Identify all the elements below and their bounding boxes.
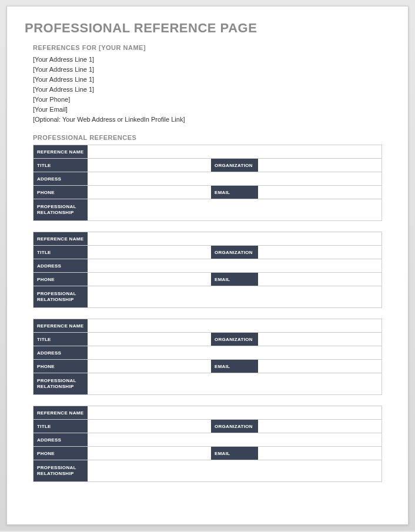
contact-block: [Your Address Line 1] [Your Address Line… <box>33 55 390 125</box>
field-phone[interactable] <box>88 447 211 460</box>
field-organization[interactable] <box>258 333 381 346</box>
field-relationship[interactable] <box>88 286 381 307</box>
contact-line: [Your Address Line 1] <box>33 75 390 85</box>
label-phone: PHONE <box>34 447 88 460</box>
label-organization: ORGANIZATION <box>211 246 258 259</box>
contact-line: [Your Phone] <box>33 95 390 105</box>
field-title[interactable] <box>88 159 211 172</box>
professional-references-header: PROFESSIONAL REFERENCES <box>33 134 390 141</box>
field-relationship[interactable] <box>88 460 381 481</box>
label-title: TITLE <box>34 420 88 433</box>
contact-line: [Your Address Line 1] <box>33 85 390 95</box>
label-relationship: PROFESSIONAL RELATIONSHIP <box>34 286 88 307</box>
label-phone: PHONE <box>34 186 88 199</box>
label-email: EMAIL <box>211 447 258 460</box>
document-page: PROFESSIONAL REFERENCE PAGE REFERENCES F… <box>6 6 409 525</box>
field-title[interactable] <box>88 420 211 433</box>
label-address: ADDRESS <box>34 346 88 359</box>
field-phone[interactable] <box>88 186 211 199</box>
field-title[interactable] <box>88 246 211 259</box>
reference-block: REFERENCE NAME TITLE ORGANIZATION ADDRES… <box>33 319 382 395</box>
field-email[interactable] <box>258 186 381 199</box>
label-email: EMAIL <box>211 186 258 199</box>
label-reference-name: REFERENCE NAME <box>34 232 88 245</box>
label-title: TITLE <box>34 246 88 259</box>
contact-line: [Your Address Line 1] <box>33 55 390 65</box>
label-organization: ORGANIZATION <box>211 159 258 172</box>
reference-block: REFERENCE NAME TITLE ORGANIZATION ADDRES… <box>33 232 382 308</box>
label-reference-name: REFERENCE NAME <box>34 406 88 419</box>
field-address[interactable] <box>88 259 381 272</box>
label-email: EMAIL <box>211 273 258 286</box>
label-title: TITLE <box>34 159 88 172</box>
label-relationship: PROFESSIONAL RELATIONSHIP <box>34 373 88 394</box>
label-title: TITLE <box>34 333 88 346</box>
field-phone[interactable] <box>88 273 211 286</box>
label-relationship: PROFESSIONAL RELATIONSHIP <box>34 460 88 481</box>
field-email[interactable] <box>258 273 381 286</box>
field-phone[interactable] <box>88 360 211 373</box>
field-address[interactable] <box>88 172 381 185</box>
label-reference-name: REFERENCE NAME <box>34 145 88 158</box>
contact-line: [Optional: Your Web Address or LinkedIn … <box>33 115 390 125</box>
field-address[interactable] <box>88 346 381 359</box>
field-reference-name[interactable] <box>88 406 381 419</box>
reference-block: REFERENCE NAME TITLE ORGANIZATION ADDRES… <box>33 145 382 221</box>
label-reference-name: REFERENCE NAME <box>34 319 88 332</box>
label-relationship: PROFESSIONAL RELATIONSHIP <box>34 199 88 220</box>
label-organization: ORGANIZATION <box>211 420 258 433</box>
field-relationship[interactable] <box>88 373 381 394</box>
label-phone: PHONE <box>34 360 88 373</box>
label-address: ADDRESS <box>34 172 88 185</box>
field-relationship[interactable] <box>88 199 381 220</box>
contact-line: [Your Email] <box>33 105 390 115</box>
field-reference-name[interactable] <box>88 319 381 332</box>
field-title[interactable] <box>88 333 211 346</box>
field-organization[interactable] <box>258 246 381 259</box>
field-email[interactable] <box>258 360 381 373</box>
label-address: ADDRESS <box>34 259 88 272</box>
field-organization[interactable] <box>258 420 381 433</box>
field-reference-name[interactable] <box>88 232 381 245</box>
label-address: ADDRESS <box>34 433 88 446</box>
field-reference-name[interactable] <box>88 145 381 158</box>
label-organization: ORGANIZATION <box>211 333 258 346</box>
references-for-header: REFERENCES FOR [YOUR NAME] <box>33 44 390 51</box>
reference-block: REFERENCE NAME TITLE ORGANIZATION ADDRES… <box>33 406 382 482</box>
page-title: PROFESSIONAL REFERENCE PAGE <box>25 21 390 36</box>
contact-line: [Your Address Line 1] <box>33 65 390 75</box>
label-phone: PHONE <box>34 273 88 286</box>
label-email: EMAIL <box>211 360 258 373</box>
field-email[interactable] <box>258 447 381 460</box>
field-address[interactable] <box>88 433 381 446</box>
field-organization[interactable] <box>258 159 381 172</box>
